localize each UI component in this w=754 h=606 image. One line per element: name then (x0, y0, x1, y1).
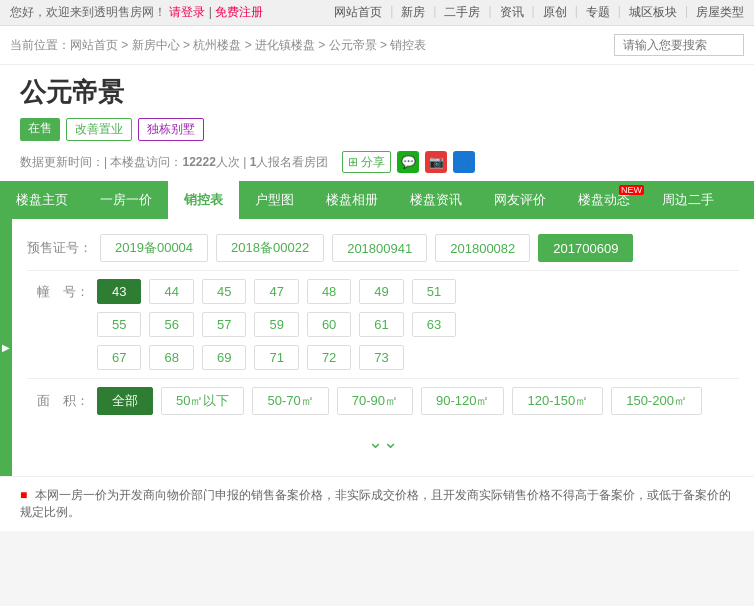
area-btn-90-120[interactable]: 90-120㎡ (421, 387, 504, 415)
tab-floor[interactable]: 户型图 (239, 181, 310, 219)
building-btn-47[interactable]: 47 (254, 279, 298, 304)
tag-improve: 改善置业 (66, 118, 132, 141)
building-btn-68[interactable]: 68 (149, 345, 193, 370)
nav-news[interactable]: 资讯 (500, 4, 524, 21)
building-btn-71[interactable]: 71 (254, 345, 298, 370)
building-btn-59[interactable]: 59 (254, 312, 298, 337)
share-icon: ⊞ (348, 155, 358, 169)
area-btn-70-90[interactable]: 70-90㎡ (337, 387, 413, 415)
area-btn-150-200[interactable]: 150-200㎡ (611, 387, 702, 415)
building-btn-67[interactable]: 67 (97, 345, 141, 370)
side-indicator[interactable]: ▶ (0, 219, 12, 476)
nav-type[interactable]: 房屋类型 (696, 4, 744, 21)
building-btn-73[interactable]: 73 (359, 345, 403, 370)
cert-btn-2[interactable]: 2018备00022 (216, 234, 324, 262)
building-btn-55[interactable]: 55 (97, 312, 141, 337)
area-btn-all[interactable]: 全部 (97, 387, 153, 415)
top-bar: 您好，欢迎来到透明售房网！ 请登录 | 免费注册 网站首页 | 新房 | 二手房… (0, 0, 754, 26)
login-link[interactable]: 请登录 (169, 5, 205, 19)
building-filter-row-1: 幢 号： 43 44 45 47 48 49 51 (27, 279, 739, 304)
user-icon[interactable]: 👤 (453, 151, 475, 173)
building-btn-69[interactable]: 69 (202, 345, 246, 370)
area-options: 全部 50㎡以下 50-70㎡ 70-90㎡ 90-120㎡ 120-150㎡ … (97, 387, 702, 415)
building-label: 幢 号： (27, 283, 97, 301)
welcome-text: 您好，欢迎来到透明售房网！ 请登录 | 免费注册 (10, 4, 263, 21)
tab-dynamic[interactable]: 楼盘动态NEW (562, 181, 646, 219)
share-icons: ⊞ 分享 💬 📷 👤 (342, 151, 475, 173)
nav-original[interactable]: 原创 (543, 4, 567, 21)
building-btn-63[interactable]: 63 (412, 312, 456, 337)
nav-second[interactable]: 二手房 (444, 4, 480, 21)
building-btn-72[interactable]: 72 (307, 345, 351, 370)
building-options-3: 67 68 69 71 72 73 (97, 345, 404, 370)
divider-1 (27, 270, 739, 271)
content-layout: ▶ 预售证号： 2019备00004 2018备00022 201800941 … (0, 219, 754, 476)
building-options-2: 55 56 57 59 60 61 63 (97, 312, 456, 337)
tab-album[interactable]: 楼盘相册 (310, 181, 394, 219)
tag-villa: 独栋别墅 (138, 118, 204, 141)
certificate-label: 预售证号： (27, 239, 100, 257)
building-filter-row-3: 67 68 69 71 72 73 (27, 345, 739, 370)
building-btn-49[interactable]: 49 (359, 279, 403, 304)
nav-new[interactable]: 新房 (401, 4, 425, 21)
top-nav: 网站首页 | 新房 | 二手房 | 资讯 | 原创 | 专题 | 城区板块 | … (334, 4, 744, 21)
area-filter-row: 面 积： 全部 50㎡以下 50-70㎡ 70-90㎡ 90-120㎡ 120-… (27, 387, 739, 415)
building-btn-57[interactable]: 57 (202, 312, 246, 337)
area-label: 面 积： (27, 392, 97, 410)
divider-2 (27, 378, 739, 379)
building-btn-61[interactable]: 61 (359, 312, 403, 337)
stats-bar: 数据更新时间：| 本楼盘访问：12222人次 | 1人报名看房团 ⊞ 分享 💬 … (20, 151, 734, 173)
property-tags: 在售 改善置业 独栋别墅 (20, 118, 734, 141)
cert-btn-3[interactable]: 201800941 (332, 234, 427, 262)
area-btn-120-150[interactable]: 120-150㎡ (512, 387, 603, 415)
cert-btn-5[interactable]: 201700609 (538, 234, 633, 262)
nav-home[interactable]: 网站首页 (334, 4, 382, 21)
breadcrumb-bar: 当前位置：网站首页 > 新房中心 > 杭州楼盘 > 进化镇楼盘 > 公元帝景 >… (0, 26, 754, 65)
property-title: 公元帝景 (20, 75, 734, 110)
area-btn-50[interactable]: 50㎡以下 (161, 387, 244, 415)
building-options-1: 43 44 45 47 48 49 51 (97, 279, 456, 304)
wechat-icon[interactable]: 💬 (397, 151, 419, 173)
tag-on-sale: 在售 (20, 118, 60, 141)
tab-review[interactable]: 网友评价 (478, 181, 562, 219)
nav-special[interactable]: 专题 (586, 4, 610, 21)
building-btn-56[interactable]: 56 (149, 312, 193, 337)
photo-icon[interactable]: 📷 (425, 151, 447, 173)
tab-salechart[interactable]: 销控表 (168, 181, 239, 219)
property-header: 公元帝景 在售 改善置业 独栋别墅 数据更新时间：| 本楼盘访问：12222人次… (0, 65, 754, 181)
building-btn-45[interactable]: 45 (202, 279, 246, 304)
expand-icon[interactable]: ⌄⌄ (368, 431, 398, 453)
certificate-filter-row: 预售证号： 2019备00004 2018备00022 201800941 20… (27, 234, 739, 262)
expand-row: ⌄⌄ (27, 423, 739, 461)
area-btn-50-70[interactable]: 50-70㎡ (252, 387, 328, 415)
footer-notice: ■ 本网一房一价为开发商向物价部门申报的销售备案价格，非实际成交价格，且开发商实… (0, 476, 754, 531)
tab-news[interactable]: 楼盘资讯 (394, 181, 478, 219)
certificate-options: 2019备00004 2018备00022 201800941 20180008… (100, 234, 633, 262)
share-button[interactable]: ⊞ 分享 (342, 151, 391, 173)
nav-tabs: 楼盘主页 一房一价 销控表 户型图 楼盘相册 楼盘资讯 网友评价 楼盘动态NEW… (0, 181, 754, 219)
building-btn-44[interactable]: 44 (149, 279, 193, 304)
building-btn-60[interactable]: 60 (307, 312, 351, 337)
new-badge: NEW (619, 185, 644, 195)
tab-second[interactable]: 周边二手 (646, 181, 730, 219)
notice-dot: ■ (20, 488, 27, 502)
cert-btn-1[interactable]: 2019备00004 (100, 234, 208, 262)
nav-district[interactable]: 城区板块 (629, 4, 677, 21)
main-content: 预售证号： 2019备00004 2018备00022 201800941 20… (12, 219, 754, 476)
breadcrumb: 当前位置：网站首页 > 新房中心 > 杭州楼盘 > 进化镇楼盘 > 公元帝景 >… (10, 37, 426, 54)
tab-price[interactable]: 一房一价 (84, 181, 168, 219)
building-filter-row-2: 55 56 57 59 60 61 63 (27, 312, 739, 337)
tab-main[interactable]: 楼盘主页 (0, 181, 84, 219)
building-btn-43[interactable]: 43 (97, 279, 141, 304)
building-btn-48[interactable]: 48 (307, 279, 351, 304)
cert-btn-4[interactable]: 201800082 (435, 234, 530, 262)
stats-text: 数据更新时间：| 本楼盘访问：12222人次 | 1人报名看房团 (20, 154, 328, 171)
notice-text: 本网一房一价为开发商向物价部门申报的销售备案价格，非实际成交价格，且开发商实际销… (20, 488, 731, 519)
building-btn-51[interactable]: 51 (412, 279, 456, 304)
share-label: 分享 (361, 154, 385, 171)
register-link[interactable]: 免费注册 (215, 5, 263, 19)
search-input[interactable] (614, 34, 744, 56)
